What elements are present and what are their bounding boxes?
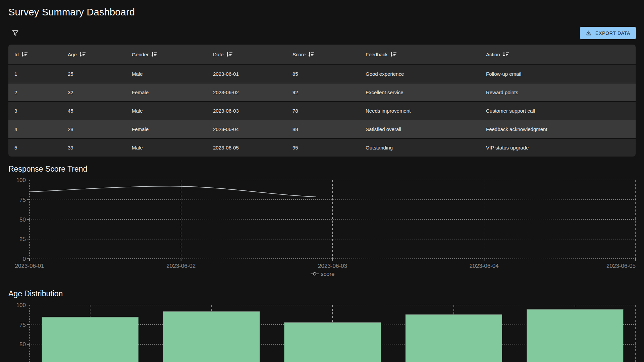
y-axis-tick-label: 100	[16, 177, 26, 183]
sort-icon	[309, 52, 315, 57]
bar[interactable]	[42, 317, 139, 362]
export-data-button[interactable]: EXPORT DATA	[580, 27, 636, 39]
column-header-score[interactable]: Score	[286, 45, 360, 64]
page-title: Survey Summary Dashboard	[8, 7, 135, 18]
table-cell: Male	[126, 139, 207, 157]
y-axis-tick-label: 50	[19, 217, 26, 223]
table-cell: Male	[126, 65, 207, 83]
column-header-label: Id	[14, 52, 19, 57]
sort-icon	[152, 52, 158, 57]
table-cell: Good experience	[360, 65, 480, 83]
table-cell: 78	[286, 102, 360, 120]
table-row: 125Male2023-06-0185Good experienceFollow…	[8, 64, 636, 83]
table-cell: 4	[8, 120, 62, 138]
y-axis-tick-label: 100	[16, 302, 26, 308]
legend-item-score[interactable]: score	[311, 271, 335, 277]
table-row: 232Female2023-06-0292Excellent serviceRe…	[8, 83, 636, 101]
sort-icon	[227, 52, 233, 57]
table-row: 345Male2023-06-0378Needs improvementCust…	[8, 101, 636, 120]
column-header-date[interactable]: Date	[207, 45, 286, 64]
table-cell: 2023-06-01	[207, 65, 286, 83]
table-cell: 2023-06-04	[207, 120, 286, 138]
x-axis-tick-label: 2023-06-02	[166, 263, 196, 269]
response-score-trend-chart: 02550751002023-06-012023-06-022023-06-03…	[8, 174, 636, 278]
legend-label: score	[321, 271, 335, 277]
column-header-label: Gender	[132, 52, 149, 57]
table-cell: Customer support call	[480, 102, 636, 120]
y-axis-tick-label: 50	[19, 341, 26, 348]
table-cell: Female	[126, 120, 207, 138]
filter-funnel-icon	[11, 29, 19, 37]
table-cell: Feedback acknowledgment	[480, 120, 636, 138]
age-distribution-title: Age Distribution	[8, 289, 63, 298]
x-axis-tick-label: 2023-06-03	[318, 263, 347, 269]
table-cell: 39	[62, 139, 126, 157]
column-header-age[interactable]: Age	[62, 45, 126, 64]
table-cell: 92	[286, 83, 360, 101]
column-header-id[interactable]: Id	[8, 45, 62, 64]
column-header-label: Age	[68, 52, 77, 57]
bar[interactable]	[163, 311, 260, 362]
table-cell: Female	[126, 83, 207, 101]
column-header-label: Feedback	[366, 52, 388, 57]
table-row: 539Male2023-06-0595OutstandingVIP status…	[8, 138, 636, 157]
table-cell: 1	[8, 65, 62, 83]
sort-icon	[391, 52, 397, 57]
table-cell: 88	[286, 120, 360, 138]
table-body: 125Male2023-06-0185Good experienceFollow…	[8, 64, 636, 157]
table-cell: 2023-06-02	[207, 83, 286, 101]
table-cell: Outstanding	[360, 139, 480, 157]
table-cell: 2023-06-05	[207, 139, 286, 157]
table-cell: Excellent service	[360, 83, 480, 101]
y-axis-tick-label: 75	[19, 322, 26, 328]
table-row: 428Female2023-06-0488Satisfied overallFe…	[8, 120, 636, 138]
column-header-gender[interactable]: Gender	[126, 45, 207, 64]
y-axis-tick-label: 25	[19, 361, 26, 362]
bar[interactable]	[527, 309, 623, 362]
column-header-action[interactable]: Action	[480, 45, 636, 64]
table-cell: Satisfied overall	[360, 120, 480, 138]
table-cell: 2	[8, 83, 62, 101]
sort-icon	[503, 52, 509, 57]
sort-icon	[22, 52, 28, 57]
table-cell: 85	[286, 65, 360, 83]
download-icon	[586, 30, 592, 36]
table-cell: 45	[62, 102, 126, 120]
table-cell: 28	[62, 120, 126, 138]
table-cell: 5	[8, 139, 62, 157]
table-cell: Reward points	[480, 83, 636, 101]
column-header-label: Action	[486, 52, 500, 57]
column-header-label: Score	[292, 52, 306, 57]
y-axis-tick-label: 75	[19, 197, 26, 203]
x-axis-tick-label: 2023-06-05	[606, 263, 636, 269]
data-table: IdAgeGenderDateScoreFeedbackAction 125Ma…	[8, 45, 636, 157]
trend-chart-title: Response Score Trend	[8, 165, 87, 174]
export-button-label: EXPORT DATA	[595, 31, 630, 36]
table-cell: Follow-up email	[480, 65, 636, 83]
table-cell: Needs improvement	[360, 102, 480, 120]
column-header-label: Date	[213, 52, 224, 57]
bar[interactable]	[284, 322, 381, 362]
table-header-row: IdAgeGenderDateScoreFeedbackAction	[8, 45, 636, 64]
table-cell: Male	[126, 102, 207, 120]
table-cell: 95	[286, 139, 360, 157]
table-cell: 32	[62, 83, 126, 101]
y-axis-tick-label: 25	[19, 236, 26, 242]
trend-grid	[27, 180, 636, 261]
filter-button[interactable]	[10, 28, 20, 38]
sort-icon	[80, 52, 86, 57]
x-axis-tick-label: 2023-06-04	[470, 263, 499, 269]
y-axis-tick-label: 0	[23, 256, 26, 262]
column-header-feedback[interactable]: Feedback	[360, 45, 480, 64]
x-axis-tick-label: 2023-06-01	[15, 263, 44, 269]
table-cell: 2023-06-03	[207, 102, 286, 120]
bar[interactable]	[406, 314, 502, 362]
table-cell: 25	[62, 65, 126, 83]
age-distribution-chart: 1007550250	[8, 300, 636, 362]
table-cell: 3	[8, 102, 62, 120]
table-cell: VIP status upgrade	[480, 139, 636, 157]
